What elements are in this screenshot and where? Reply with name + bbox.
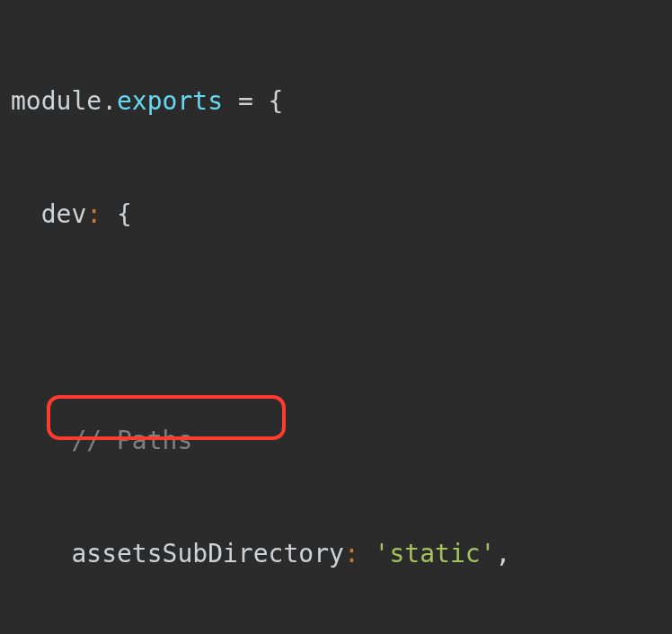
token-colon: : [344, 539, 375, 568]
token-prop: assetsSubDirectory [71, 539, 343, 568]
token-comma: , [495, 539, 510, 568]
token-comment: // Paths [71, 426, 192, 455]
token-brace: { [269, 86, 284, 116]
code-line: // Paths [11, 422, 672, 460]
code-line: assetsSubDirectory: 'static', [11, 535, 672, 573]
code-line: dev: { [11, 196, 672, 233]
code-line: module.exports = { [11, 83, 672, 120]
token-prop: dev [41, 199, 87, 229]
token-eq: = [223, 86, 269, 116]
token-brace: { [117, 199, 132, 229]
token-module: module [11, 86, 102, 116]
token-string: 'static' [375, 539, 496, 568]
token-colon: : [86, 199, 117, 229]
token-dot: . [102, 86, 117, 116]
code-line-blank [11, 309, 672, 347]
token-exports: exports [117, 86, 223, 116]
code-editor[interactable]: module.exports = { dev: { // Paths asset… [0, 0, 672, 634]
